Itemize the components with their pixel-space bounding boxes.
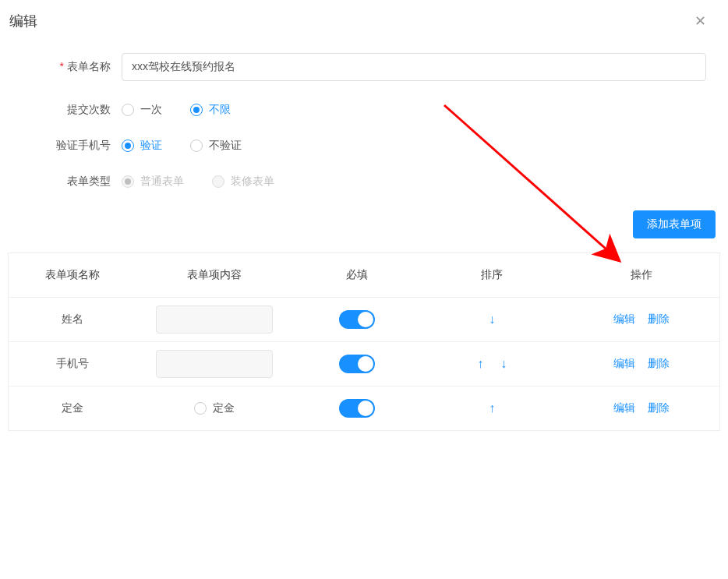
label-form-type: 表单类型 <box>12 175 122 189</box>
radio-type-decorate: 装修表单 <box>212 175 274 189</box>
th-sort: 排序 <box>421 253 563 297</box>
radio-group-verify-phone: 验证 不验证 <box>122 139 242 153</box>
sort-down-icon[interactable]: ↓ <box>489 313 495 326</box>
deposit-radio[interactable]: 定金 <box>194 401 235 415</box>
label-form-name: *表单名称 <box>12 60 122 74</box>
edit-link[interactable]: 编辑 <box>613 312 635 327</box>
table-row: 手机号 ↑ ↓ 编辑 删除 <box>9 342 719 387</box>
radio-type-normal: 普通表单 <box>122 175 184 189</box>
dialog-title: 编辑 <box>9 12 37 30</box>
edit-link[interactable]: 编辑 <box>613 357 635 371</box>
edit-link[interactable]: 编辑 <box>613 401 635 415</box>
input-form-name[interactable] <box>122 53 706 81</box>
label-submit-times: 提交次数 <box>12 103 122 117</box>
required-toggle[interactable] <box>339 310 375 329</box>
table-row: 定金 定金 ↑ 编辑 删除 <box>9 387 719 430</box>
radio-verify-yes[interactable]: 验证 <box>122 139 162 153</box>
label-verify-phone: 验证手机号 <box>12 139 122 153</box>
radio-verify-no[interactable]: 不验证 <box>190 139 242 153</box>
th-ops: 操作 <box>563 253 719 297</box>
required-toggle[interactable] <box>339 399 375 418</box>
delete-link[interactable]: 删除 <box>648 312 670 327</box>
sort-down-icon[interactable]: ↓ <box>500 358 507 370</box>
add-form-item-button[interactable]: 添加表单项 <box>633 210 716 238</box>
th-content: 表单项内容 <box>136 253 293 297</box>
radio-group-form-type: 普通表单 装修表单 <box>122 175 274 189</box>
radio-submit-once[interactable]: 一次 <box>122 103 162 117</box>
cell-name: 姓名 <box>9 298 136 341</box>
required-toggle[interactable] <box>339 355 375 373</box>
delete-link[interactable]: 删除 <box>648 401 670 415</box>
item-content-input[interactable] <box>156 305 273 334</box>
required-asterisk: * <box>60 60 64 72</box>
table-row: 姓名 ↓ 编辑 删除 <box>9 298 719 342</box>
cell-name: 定金 <box>9 387 136 430</box>
delete-link[interactable]: 删除 <box>648 357 670 371</box>
sort-up-icon[interactable]: ↑ <box>489 402 495 415</box>
sort-up-icon[interactable]: ↑ <box>477 358 483 370</box>
radio-submit-unlimited[interactable]: 不限 <box>190 103 231 117</box>
radio-group-submit-times: 一次 不限 <box>122 103 231 117</box>
form-items-table: 表单项名称 表单项内容 必填 排序 操作 姓名 ↓ 编辑 删除 手机号 <box>8 252 720 431</box>
cell-name: 手机号 <box>9 342 136 386</box>
close-icon[interactable]: ✕ <box>688 9 712 33</box>
item-content-input[interactable] <box>156 350 273 378</box>
th-name: 表单项名称 <box>9 253 136 297</box>
th-required: 必填 <box>293 253 421 297</box>
